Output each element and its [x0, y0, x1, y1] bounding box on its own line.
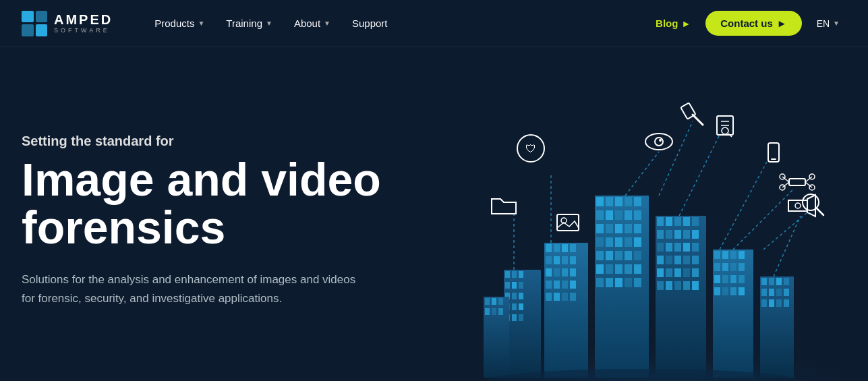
svg-rect-79: [692, 217, 699, 226]
svg-rect-131: [761, 299, 767, 307]
svg-line-148: [659, 121, 693, 196]
hero-text: Setting the standard for Image and video…: [22, 134, 440, 309]
svg-rect-103: [683, 281, 690, 290]
nav-item-products[interactable]: Products ▼: [145, 12, 214, 34]
nav-label-products: Products: [154, 18, 194, 29]
svg-rect-87: [674, 243, 681, 252]
svg-rect-41: [615, 197, 623, 206]
svg-rect-85: [657, 243, 664, 252]
svg-rect-93: [683, 256, 690, 264]
svg-rect-128: [769, 289, 774, 296]
svg-rect-69: [596, 278, 604, 287]
svg-rect-21: [570, 244, 576, 252]
svg-rect-108: [730, 251, 736, 259]
logo-sub: SOFTWARE: [54, 28, 113, 34]
svg-rect-125: [776, 278, 782, 285]
svg-rect-89: [692, 243, 699, 252]
nav-label-support: Support: [352, 18, 388, 29]
svg-rect-75: [657, 217, 664, 226]
svg-rect-98: [683, 268, 690, 277]
svg-rect-67: [625, 264, 632, 274]
blog-link[interactable]: Blog ►: [649, 12, 697, 34]
svg-rect-22: [546, 256, 552, 264]
nav-item-training[interactable]: Training ▼: [216, 12, 282, 34]
svg-rect-30: [546, 281, 552, 289]
svg-rect-64: [596, 264, 604, 274]
logo-square-bl: [22, 24, 34, 36]
chevron-down-icon: ▼: [833, 20, 840, 27]
svg-rect-63: [634, 251, 641, 260]
nav-item-about[interactable]: About ▼: [285, 12, 340, 34]
svg-point-154: [655, 138, 663, 146]
svg-rect-99: [692, 268, 699, 277]
svg-rect-101: [666, 281, 672, 290]
svg-rect-44: [596, 210, 604, 220]
contact-label: Contact us: [720, 18, 773, 29]
blog-label: Blog: [656, 18, 678, 29]
svg-rect-46: [615, 210, 623, 220]
svg-rect-119: [722, 287, 728, 295]
svg-rect-3: [512, 271, 517, 278]
svg-rect-111: [722, 263, 728, 271]
svg-rect-16: [519, 314, 523, 321]
language-selector[interactable]: EN ▼: [810, 14, 846, 33]
svg-rect-120: [730, 287, 736, 295]
svg-rect-7: [519, 282, 523, 289]
svg-rect-96: [666, 268, 672, 277]
svg-rect-54: [596, 237, 604, 247]
svg-rect-107: [722, 251, 728, 259]
nav-item-support[interactable]: Support: [343, 12, 397, 34]
svg-rect-168: [789, 179, 805, 185]
svg-rect-124: [769, 278, 774, 285]
svg-rect-18: [546, 244, 552, 252]
svg-rect-4: [519, 271, 523, 278]
svg-rect-34: [546, 293, 552, 301]
svg-rect-118: [714, 287, 720, 295]
svg-rect-112: [730, 263, 736, 271]
svg-rect-57: [625, 237, 632, 247]
contact-button[interactable]: Contact us ►: [705, 11, 801, 36]
svg-rect-33: [570, 281, 576, 289]
svg-rect-70: [606, 278, 613, 287]
svg-rect-53: [634, 224, 641, 233]
logo-square-tl: [22, 11, 34, 23]
svg-rect-95: [657, 268, 664, 277]
svg-rect-36: [562, 293, 568, 301]
svg-line-145: [763, 212, 807, 250]
svg-rect-50: [606, 224, 613, 233]
svg-rect-102: [674, 281, 681, 290]
svg-rect-110: [714, 263, 720, 271]
hero-title: Image and video forensics: [22, 156, 440, 252]
logo-brand: AMPED: [54, 13, 113, 26]
svg-rect-12: [512, 303, 517, 310]
svg-line-149: [679, 135, 720, 216]
svg-point-163: [722, 127, 728, 134]
svg-line-146: [774, 216, 801, 276]
svg-rect-92: [674, 256, 681, 264]
svg-rect-100: [657, 281, 664, 290]
svg-rect-5: [505, 282, 510, 289]
svg-rect-39: [596, 197, 604, 206]
svg-line-178: [817, 208, 823, 215]
svg-rect-24: [562, 256, 568, 264]
svg-rect-13: [519, 303, 523, 310]
svg-rect-88: [683, 243, 690, 252]
svg-point-167: [795, 203, 801, 208]
hero-subtitle: Setting the standard for: [22, 134, 440, 149]
arrow-right-icon: ►: [681, 18, 691, 29]
svg-rect-66: [615, 264, 623, 274]
svg-rect-81: [666, 230, 672, 239]
svg-rect-106: [714, 251, 720, 259]
svg-rect-59: [596, 251, 604, 260]
svg-rect-10: [519, 293, 523, 299]
svg-rect-138: [498, 298, 503, 305]
hero-section: Setting the standard for Image and video…: [0, 47, 868, 381]
svg-rect-45: [606, 210, 613, 220]
lang-label: EN: [817, 18, 830, 29]
svg-rect-117: [739, 275, 745, 283]
svg-rect-23: [554, 256, 560, 264]
svg-rect-114: [714, 275, 720, 283]
chevron-down-icon: ▼: [266, 20, 272, 27]
logo[interactable]: AMPED SOFTWARE: [22, 11, 113, 36]
svg-rect-55: [606, 237, 613, 247]
